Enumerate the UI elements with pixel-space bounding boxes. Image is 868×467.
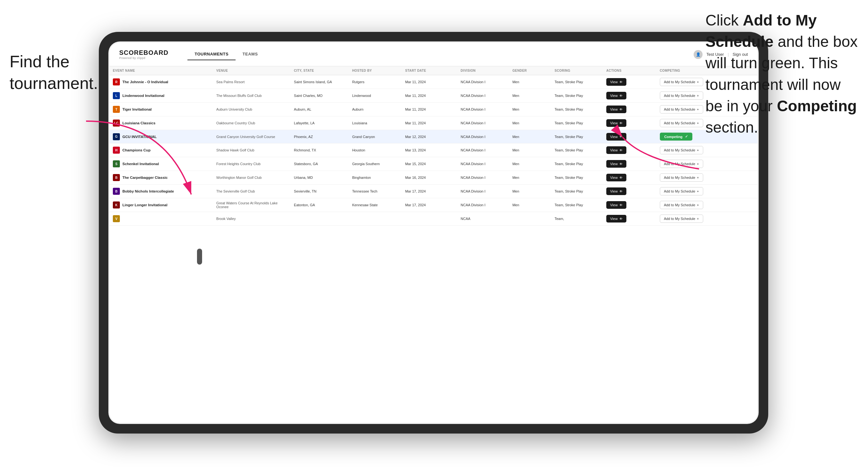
division-cell-2: NCAA Division I — [458, 103, 509, 116]
add-schedule-button-9[interactable]: Add to My Schedule + — [660, 201, 703, 209]
event-name-9: Linger Longer Invitational — [122, 203, 167, 207]
city-cell-8: Sevierville, TN — [291, 185, 349, 198]
add-schedule-button-8[interactable]: Add to My Schedule + — [660, 187, 703, 195]
venue-cell-8: The Sevierville Golf Club — [213, 185, 291, 198]
event-cell-8: B Bobby Nichols Intercollegiate — [110, 185, 213, 198]
view-label-1: View — [610, 94, 618, 97]
competing-label-4: Competing — [664, 135, 682, 139]
tablet-screen: SCOREBOARD Powered by clippd TOURNAMENTS… — [108, 41, 759, 424]
competing-cell-6: Add to My Schedule + — [657, 157, 757, 171]
city-cell-7: Urbana, MD — [291, 171, 349, 185]
add-schedule-button-2[interactable]: Add to My Schedule + — [660, 105, 703, 114]
plus-icon-3: + — [697, 121, 699, 125]
add-schedule-button-1[interactable]: Add to My Schedule + — [660, 92, 703, 100]
division-cell-10: NCAA — [458, 212, 509, 226]
add-schedule-button-5[interactable]: Add to My Schedule + — [660, 146, 703, 154]
city-cell-4: Phoenix, AZ — [291, 130, 349, 144]
team-logo-7: B — [113, 174, 120, 181]
gender-cell-3: Men — [509, 116, 551, 130]
view-label-8: View — [610, 189, 618, 193]
tournaments-table: EVENT NAME VENUE CITY, STATE HOSTED BY S… — [110, 66, 757, 226]
add-schedule-label-8: Add to My Schedule — [664, 189, 695, 193]
actions-cell-9: View 👁 — [603, 198, 657, 212]
tab-teams[interactable]: TEAMS — [236, 49, 265, 60]
event-name-3: Louisiana Classics — [122, 121, 156, 125]
add-schedule-button-6[interactable]: Add to My Schedule + — [660, 160, 703, 168]
scoring-cell-4: Team, Stroke Play — [552, 130, 603, 144]
add-schedule-label-9: Add to My Schedule — [664, 203, 695, 207]
col-scoring: SCORING — [552, 66, 603, 75]
date-cell-5: Mar 13, 2024 — [402, 144, 458, 157]
view-button-9[interactable]: View 👁 — [606, 201, 626, 209]
view-button-1[interactable]: View 👁 — [606, 92, 626, 99]
team-logo-2: T — [113, 106, 120, 113]
view-button-10[interactable]: View 👁 — [606, 215, 626, 222]
view-button-4[interactable]: View 👁 — [606, 133, 626, 141]
table-body: R The Johnnie - O Individual Sea Palms R… — [110, 75, 757, 226]
add-schedule-button-10[interactable]: Add to My Schedule + — [660, 215, 703, 223]
gender-cell-4: Men — [509, 130, 551, 144]
view-label-9: View — [610, 203, 618, 207]
view-label-7: View — [610, 176, 618, 180]
col-venue: VENUE — [213, 66, 291, 75]
plus-icon-5: + — [697, 148, 699, 152]
scoring-cell-3: Team, Stroke Play — [552, 116, 603, 130]
view-button-2[interactable]: View 👁 — [606, 105, 626, 113]
division-cell-6: NCAA Division I — [458, 157, 509, 171]
gender-cell-8: Men — [509, 185, 551, 198]
gender-cell-5: Men — [509, 144, 551, 157]
table-row: V Brook Valley NCAA Team, View 👁 Add to … — [110, 212, 757, 226]
eye-icon-6: 👁 — [619, 162, 623, 166]
eye-icon-8: 👁 — [619, 190, 623, 193]
view-button-0[interactable]: View 👁 — [606, 78, 626, 86]
add-schedule-label-7: Add to My Schedule — [664, 176, 695, 180]
view-label-5: View — [610, 148, 618, 152]
add-schedule-label-6: Add to My Schedule — [664, 162, 695, 166]
date-cell-10 — [402, 212, 458, 226]
eye-icon-0: 👁 — [619, 80, 623, 84]
venue-cell-3: Oakbourne Country Club — [213, 116, 291, 130]
gender-cell-9: Men — [509, 198, 551, 212]
event-name-7: The Carpetbagger Classic — [122, 176, 168, 180]
date-cell-3: Mar 11, 2024 — [402, 116, 458, 130]
table-container: EVENT NAME VENUE CITY, STATE HOSTED BY S… — [110, 66, 757, 423]
table-row: S Schenkel Invitational Forest Heights C… — [110, 157, 757, 171]
competing-cell-7: Add to My Schedule + — [657, 171, 757, 185]
division-cell-4: NCAA Division I — [458, 130, 509, 144]
actions-cell-8: View 👁 — [603, 185, 657, 198]
scoring-cell-7: Team, Stroke Play — [552, 171, 603, 185]
view-label-2: View — [610, 107, 618, 111]
col-actions: ACTIONS — [603, 66, 657, 75]
add-schedule-button-3[interactable]: Add to My Schedule + — [660, 119, 703, 127]
table-row: L Lindenwood Invitational The Missouri B… — [110, 89, 757, 103]
eye-icon-2: 👁 — [619, 108, 623, 111]
view-button-3[interactable]: View 👁 — [606, 119, 626, 127]
actions-cell-6: View 👁 — [603, 157, 657, 171]
actions-cell-1: View 👁 — [603, 89, 657, 103]
view-label-6: View — [610, 162, 618, 166]
venue-cell-7: Worthington Manor Golf Club — [213, 171, 291, 185]
table-row: T Tiger Invitational Auburn University C… — [110, 103, 757, 116]
col-start-date: START DATE — [402, 66, 458, 75]
add-schedule-button-7[interactable]: Add to My Schedule + — [660, 174, 703, 182]
event-cell-1: L Lindenwood Invitational — [110, 89, 213, 103]
view-button-7[interactable]: View 👁 — [606, 174, 626, 181]
view-button-8[interactable]: View 👁 — [606, 187, 626, 195]
tab-tournaments[interactable]: TOURNAMENTS — [187, 49, 235, 60]
competing-button-4[interactable]: Competing ✓ — [660, 133, 692, 141]
team-logo-6: S — [113, 160, 120, 167]
sidebar-toggle[interactable] — [197, 249, 202, 264]
gender-cell-2: Men — [509, 103, 551, 116]
add-schedule-button-0[interactable]: Add to My Schedule + — [660, 78, 703, 86]
eye-icon-7: 👁 — [619, 176, 623, 180]
scoring-cell-8: Team, Stroke Play — [552, 185, 603, 198]
division-cell-0: NCAA Division I — [458, 75, 509, 89]
view-button-5[interactable]: View 👁 — [606, 146, 626, 154]
col-hosted-by: HOSTED BY — [349, 66, 402, 75]
view-button-6[interactable]: View 👁 — [606, 160, 626, 168]
col-division: DIVISION — [458, 66, 509, 75]
plus-icon-2: + — [697, 107, 699, 111]
plus-icon-7: + — [697, 176, 699, 180]
competing-cell-10: Add to My Schedule + — [657, 212, 757, 226]
plus-icon-0: + — [697, 80, 699, 84]
